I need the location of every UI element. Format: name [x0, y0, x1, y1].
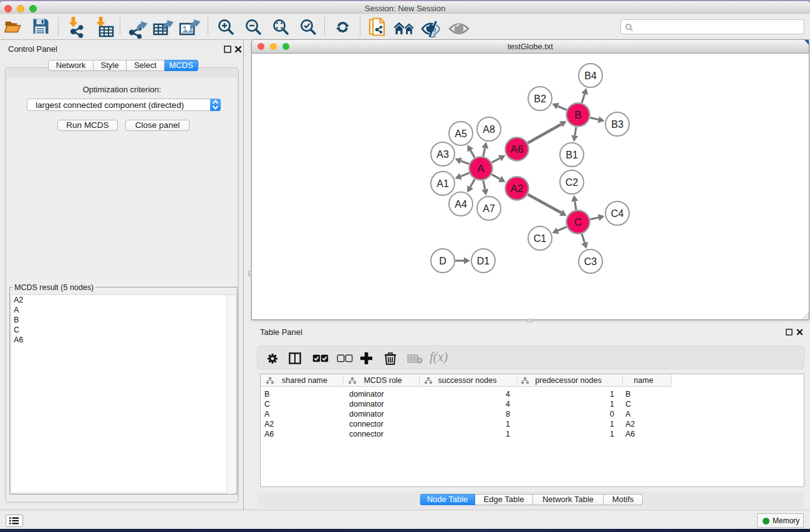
svg-text:D: D — [439, 256, 446, 266]
svg-text:A: A — [477, 163, 485, 175]
svg-text:A5: A5 — [455, 128, 467, 139]
svg-text:D1: D1 — [477, 256, 490, 266]
svg-text:B4: B4 — [584, 70, 597, 81]
svg-text:B2: B2 — [534, 94, 546, 104]
svg-text:C2: C2 — [566, 177, 579, 188]
svg-text:A1: A1 — [436, 178, 449, 189]
svg-text:A4: A4 — [455, 199, 467, 210]
svg-text:A8: A8 — [483, 124, 495, 135]
svg-text:C4: C4 — [611, 208, 624, 219]
svg-text:B3: B3 — [611, 119, 624, 130]
svg-text:C: C — [574, 216, 582, 228]
svg-text:A3: A3 — [436, 149, 449, 160]
svg-text:C3: C3 — [584, 256, 597, 267]
svg-text:B: B — [574, 109, 581, 121]
svg-text:C1: C1 — [534, 233, 547, 244]
svg-text:A7: A7 — [483, 203, 495, 214]
svg-text:A6: A6 — [511, 143, 524, 155]
svg-text:A2: A2 — [511, 183, 524, 195]
svg-text:B1: B1 — [566, 150, 578, 160]
